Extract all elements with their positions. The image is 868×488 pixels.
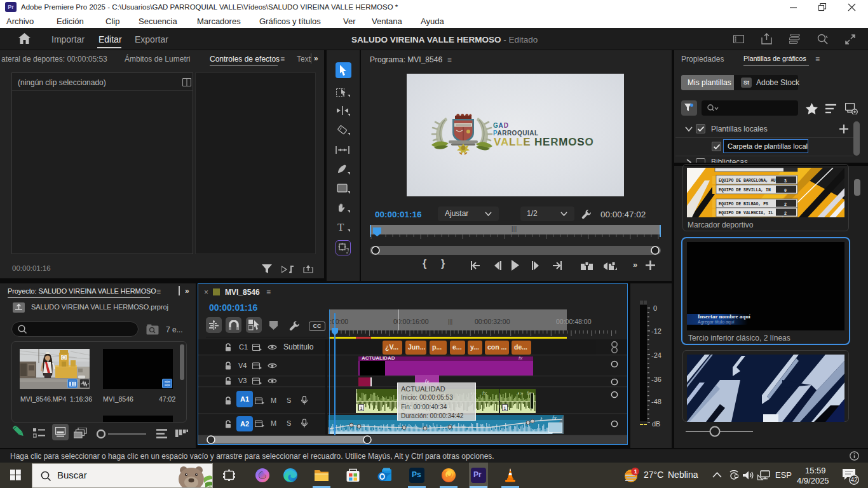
svg-text:2: 2 — [784, 203, 787, 207]
svg-text:0: 0 — [784, 189, 787, 193]
svg-text:1: 1 — [634, 468, 637, 475]
svg-text:EQUIPO DE BILBAO, PS: EQUIPO DE BILBAO, PS — [719, 202, 768, 207]
svg-text:EQUIPO DE BARCELONA, AU: EQUIPO DE BARCELONA, AU — [719, 179, 776, 183]
svg-text:EQUIPO DE VALENCIA, IL: EQUIPO DE VALENCIA, IL — [719, 211, 773, 215]
svg-text:2: 2 — [784, 212, 787, 216]
svg-text:T: T — [337, 222, 344, 233]
svg-text:42: 42 — [851, 477, 858, 484]
svg-text:EQUIPO DE SEVILLA, IN: EQUIPO DE SEVILLA, IN — [719, 188, 771, 193]
svg-text:3: 3 — [784, 179, 787, 184]
